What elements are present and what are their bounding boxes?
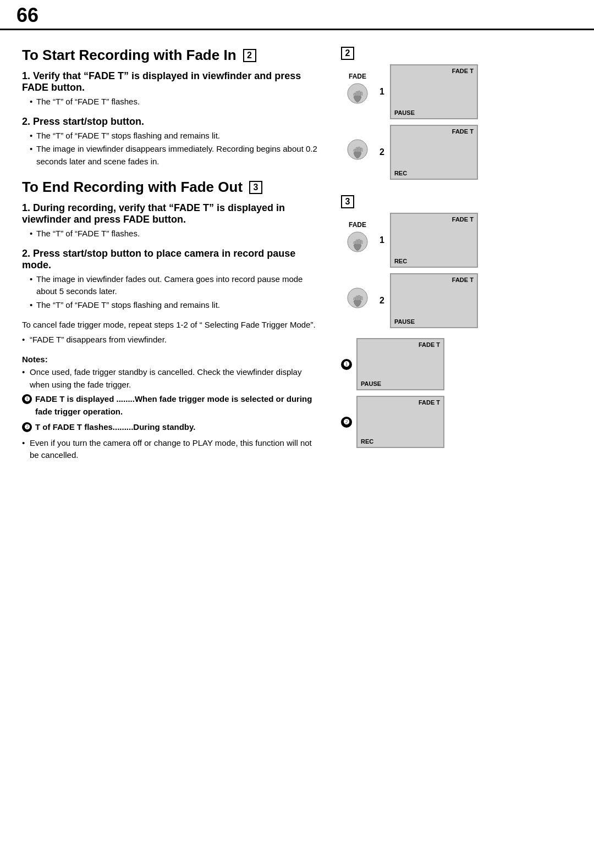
notes-diagrams: ❶ FADE T PAUSE ❷ FADE T REC	[341, 338, 583, 448]
disappear-text: • “FADE T” disappears from viewfinder.	[22, 334, 319, 346]
section2-screen1-bottom: PAUSE	[394, 109, 415, 116]
note-diagram-row2: ❷ FADE T REC	[341, 396, 583, 448]
section2-diagram-row2: 2 FADE T REC	[341, 125, 583, 180]
main-content: To Start Recording with Fade In 2 1. Ver…	[0, 30, 594, 473]
section3-step1-bullets: The “T” of “FADE T” flashes.	[22, 228, 319, 240]
note-screen2-top: FADE T	[419, 399, 440, 406]
section2-step1: 1. Verify that “FADE T” is displayed in …	[22, 70, 319, 108]
hand-icon-s2-1	[343, 81, 373, 112]
section3-step2-bullets: The image in viewfinder fades out. Camer…	[22, 273, 319, 312]
section3-title-text: To End Recording with Fade Out	[22, 179, 243, 196]
hand-icon-s2-2	[343, 137, 373, 168]
cancel-text: To cancel fade trigger mode, repeat step…	[22, 319, 319, 331]
section2-diagrams: FADE 1 FADE T PAUSE	[341, 64, 583, 180]
section2-screen2-top: FADE T	[452, 128, 474, 135]
section2-d1-label: FADE	[349, 73, 366, 80]
section2-screen1: FADE T PAUSE	[390, 64, 478, 119]
right-column: 2 FADE	[336, 47, 583, 462]
section3-screen2-top: FADE T	[452, 277, 474, 283]
section2-step2-bullet1: The “T” of “FADE T” stops flashing and r…	[30, 130, 319, 142]
section2-box: 2	[243, 49, 256, 62]
page: 66 To Start Recording with Fade In 2 1. …	[0, 0, 594, 868]
section3-step2-bullet2: The “T” of “FADE T” stops flashing and r…	[30, 299, 319, 312]
section3-right-box: 3	[341, 195, 354, 208]
note-screen1-bottom: PAUSE	[361, 380, 381, 387]
section2-step1-diagram-num: FADE	[341, 73, 374, 112]
note-screen1-top: FADE T	[419, 341, 440, 348]
section2-right-box: 2	[341, 47, 354, 60]
section3-diagram-row1: FADE 1 FADE T REC	[341, 213, 583, 268]
section2-d1-step: 1	[380, 87, 384, 97]
section2-step2-bullets: The “T” of “FADE T” stops flashing and r…	[22, 130, 319, 168]
section2-step1-title: Verify that “FADE T” is displayed in vie…	[22, 70, 301, 93]
left-column: To Start Recording with Fade In 2 1. Ver…	[22, 47, 330, 462]
section2-screen2-bottom: REC	[394, 170, 407, 176]
section3-step1: 1. During recording, verify that “FADE T…	[22, 202, 319, 240]
notes-numbered2-text: T of FADE T flashes.........During stand…	[35, 422, 195, 432]
hand-icon-s3-1	[343, 230, 373, 260]
notes-numbered1: ❶ FADE T is displayed ........When fade …	[22, 393, 319, 418]
notes-title: Notes:	[22, 355, 319, 364]
section2-step1-bullets: The “T” of “FADE T” flashes.	[22, 96, 319, 108]
note-circle-2: ❷	[22, 422, 32, 432]
section2-step1-num: 1. Verify that “FADE T” is displayed in …	[22, 70, 319, 93]
hand-icon-s3-2	[343, 286, 373, 316]
section3-diagram-row2: 2 FADE T PAUSE	[341, 273, 583, 328]
section3-d1-step: 1	[380, 235, 384, 245]
section2-step1-bullet1: The “T” of “FADE T” flashes.	[30, 96, 319, 108]
section2-title: To Start Recording with Fade In 2	[22, 47, 319, 64]
section3-d2-step: 2	[380, 296, 384, 306]
notes-numbered1-text: FADE T is displayed ........When fade tr…	[35, 394, 312, 416]
section2-title-text: To Start Recording with Fade In	[22, 47, 237, 64]
section2-step2-bullet2: The image in viewfinder disappears immed…	[30, 143, 319, 168]
notes-item1: Once used, fade trigger standby is cance…	[22, 366, 319, 391]
section2-step2-diagram-num	[341, 137, 374, 168]
section3-step2: 2. Press start/stop button to place came…	[22, 248, 319, 312]
section3-step1-num: 1. During recording, verify that “FADE T…	[22, 202, 319, 225]
section3-box: 3	[249, 181, 262, 194]
note-diagram-circle1: ❶	[341, 359, 352, 370]
section3-screen1: FADE T REC	[390, 213, 478, 268]
section3-step2-title: Press start/stop button to place camera …	[22, 248, 295, 270]
note-screen1: FADE T PAUSE	[356, 338, 444, 390]
section3-diagrams: FADE 1 FADE T REC	[341, 213, 583, 328]
note-screen2: FADE T REC	[356, 396, 444, 448]
section2-screen2: FADE T REC	[390, 125, 478, 180]
section3-d1-label: FADE	[349, 221, 366, 229]
section2-screen1-top: FADE T	[452, 68, 474, 74]
notes-section: Notes: Once used, fade trigger standby i…	[22, 355, 319, 462]
section3-step1-diagram-num: FADE	[341, 221, 374, 260]
section3-screen1-top: FADE T	[452, 216, 474, 223]
section3-screen2: FADE T PAUSE	[390, 273, 478, 328]
notes-extra: • Even if you turn the camera off or cha…	[22, 437, 319, 462]
section2-diagram-row1: FADE 1 FADE T PAUSE	[341, 64, 583, 119]
section3-step2-bullet1: The image in viewfinder fades out. Camer…	[30, 273, 319, 298]
section3-step1-title: During recording, verify that “FADE T” i…	[22, 202, 285, 225]
section3-step1-bullet1: The “T” of “FADE T” flashes.	[30, 228, 319, 240]
page-number: 66	[16, 5, 38, 25]
note-circle-1: ❶	[22, 394, 32, 404]
note-diagram-circle2: ❷	[341, 417, 352, 428]
section3-screen1-bottom: REC	[394, 258, 407, 264]
note-diagram-row1: ❶ FADE T PAUSE	[341, 338, 583, 390]
page-header: 66	[0, 0, 594, 30]
note-screen2-bottom: REC	[361, 438, 373, 445]
section3-screen2-bottom: PAUSE	[394, 318, 415, 325]
section2-d2-step: 2	[380, 147, 384, 157]
section2-step2-title: Press start/stop button.	[33, 116, 144, 127]
section3-step2-diagram-num	[341, 286, 374, 316]
section3-step2-num: 2. Press start/stop button to place came…	[22, 248, 319, 271]
section2-step2-num: 2. Press start/stop button.	[22, 116, 319, 128]
notes-numbered2: ❷ T of FADE T flashes.........During sta…	[22, 421, 319, 434]
section3-title: To End Recording with Fade Out 3	[22, 179, 319, 196]
section2-step2: 2. Press start/stop button. The “T” of “…	[22, 116, 319, 168]
